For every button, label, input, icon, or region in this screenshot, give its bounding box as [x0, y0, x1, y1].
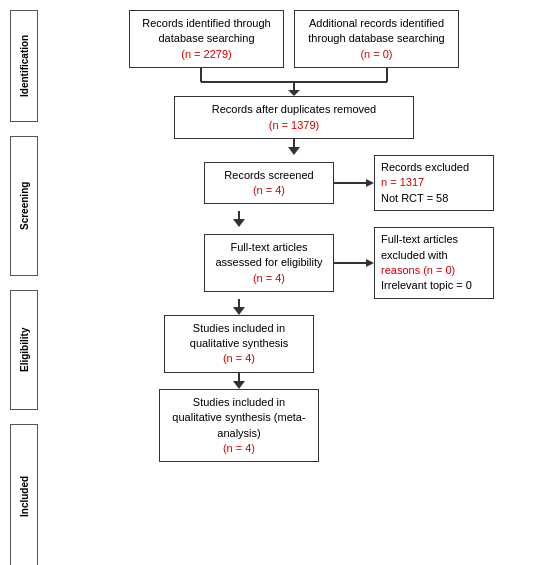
box-studies-qual-n: (n = 4)	[223, 352, 255, 364]
svg-marker-8	[366, 259, 374, 267]
box-additional-db-n: (n = 0)	[360, 48, 392, 60]
arrow-ft-down	[233, 299, 245, 315]
row-top-boxes: Records identified through database sear…	[44, 10, 544, 68]
box-additional-db: Additional records identified through da…	[294, 10, 459, 68]
box-after-duplicates-title: Records after duplicates removed	[212, 103, 376, 115]
box-excl-ft-line3: reasons (n = 0)	[381, 264, 455, 276]
flow-diagram: Identification Screening Eligibility Inc…	[10, 10, 544, 565]
arrow-qual-down	[233, 373, 245, 389]
box-meta-title: Studies included in qualitative synthesi…	[172, 396, 305, 439]
box-after-duplicates: Records after duplicates removed (n = 13…	[174, 96, 414, 139]
box-meta: Studies included in qualitative synthesi…	[159, 389, 319, 463]
label-included: Included	[10, 424, 38, 565]
box-fulltext: Full-text articles assessed for eligibil…	[204, 234, 334, 292]
box-screened-n: (n = 4)	[253, 184, 285, 196]
convergence-arrows	[124, 68, 464, 96]
box-screened: Records screened (n = 4)	[204, 162, 334, 205]
box-excl-ft-line2: excluded with	[381, 249, 448, 261]
box-meta-n: (n = 4)	[223, 442, 255, 454]
box-excluded: Records excluded n = 1317 Not RCT = 58	[374, 155, 494, 211]
box-excl-ft-line1: Full-text articles	[381, 233, 458, 245]
box-identified-db-n: (n = 2279)	[181, 48, 231, 60]
box-excl-ft-line4: Irrelevant topic = 0	[381, 279, 472, 291]
side-labels: Identification Screening Eligibility Inc…	[10, 10, 38, 565]
box-excluded-title: Records excluded	[381, 161, 469, 173]
row-screened: Records screened (n = 4) Records exclude…	[44, 155, 544, 211]
box-identified-db: Records identified through database sear…	[129, 10, 284, 68]
box-fulltext-n: (n = 4)	[253, 272, 285, 284]
box-screened-title: Records screened	[224, 169, 313, 181]
arrow-to-excluded	[334, 175, 374, 191]
arrow-to-excl-ft	[334, 255, 374, 271]
row-eligibility: Full-text articles assessed for eligibil…	[44, 227, 544, 299]
box-meta-wrapper: Studies included in qualitative synthesi…	[159, 389, 319, 463]
label-identification: Identification	[10, 10, 38, 122]
box-studies-qual-wrapper: Studies included in qualitative synthesi…	[164, 315, 314, 373]
arrow-screened-down	[233, 211, 245, 227]
box-excluded-fulltext: Full-text articles excluded with reasons…	[374, 227, 494, 299]
arrow-after-dup	[288, 139, 300, 155]
box-excluded-n1: n = 1317	[381, 176, 424, 188]
svg-marker-6	[366, 179, 374, 187]
box-studies-qual: Studies included in qualitative synthesi…	[164, 315, 314, 373]
box-studies-qual-title: Studies included in qualitative synthesi…	[190, 322, 288, 349]
box-fulltext-title: Full-text articles assessed for eligibil…	[216, 241, 323, 268]
label-screening: Screening	[10, 136, 38, 276]
flow-area: Records identified through database sear…	[44, 10, 544, 565]
box-excluded-n2: Not RCT = 58	[381, 192, 448, 204]
box-identified-db-title: Records identified through database sear…	[142, 17, 270, 44]
box-additional-db-title: Additional records identified through da…	[308, 17, 444, 44]
label-eligibility: Eligibility	[10, 290, 38, 410]
box-after-duplicates-n: (n = 1379)	[269, 119, 319, 131]
